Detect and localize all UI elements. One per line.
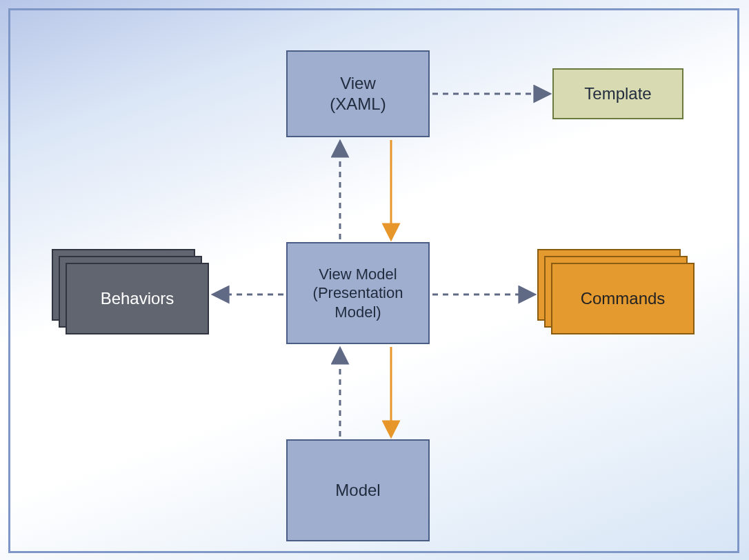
diagram-stage: View(XAML) Template View Model(Presentat… (10, 10, 737, 551)
node-behaviors: Behaviors (52, 249, 209, 334)
node-model-label: Model (330, 477, 386, 503)
behaviors-card-front: Behaviors (66, 263, 209, 334)
node-template-label: Template (579, 81, 657, 107)
commands-card-front: Commands (551, 263, 695, 334)
node-viewmodel-label: View Model(PresentationModel) (308, 262, 409, 325)
node-template: Template (552, 68, 683, 119)
node-viewmodel: View Model(PresentationModel) (286, 242, 430, 344)
diagram-frame: View(XAML) Template View Model(Presentat… (8, 8, 739, 553)
commands-label: Commands (581, 289, 666, 308)
node-commands: Commands (537, 249, 695, 334)
node-view: View(XAML) (286, 50, 430, 137)
node-view-label: View(XAML) (324, 70, 391, 117)
node-model: Model (286, 439, 430, 541)
behaviors-label: Behaviors (101, 289, 174, 308)
